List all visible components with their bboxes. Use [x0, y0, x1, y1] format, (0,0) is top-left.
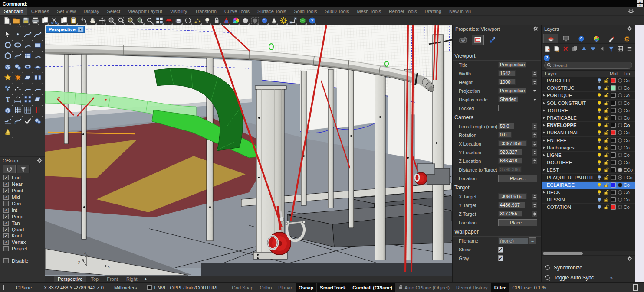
- menu-tab-solid-tools[interactable]: Solid Tools: [290, 7, 321, 15]
- knot-checkbox[interactable]: [3, 233, 9, 238]
- circle-icon[interactable]: [3, 41, 13, 52]
- unlocked-icon[interactable]: [603, 175, 610, 180]
- adjustable-arc-icon[interactable]: [33, 84, 43, 95]
- menu-gear-icon[interactable]: [628, 8, 634, 14]
- material-icon[interactable]: [617, 204, 624, 210]
- dimension-icon[interactable]: [13, 95, 23, 106]
- viewport-tab-perspective[interactable]: Perspective: [54, 276, 86, 282]
- viewport-tab-right[interactable]: Right: [122, 276, 141, 282]
- shaded-solid-icon[interactable]: [33, 117, 43, 127]
- paste-icon[interactable]: [69, 16, 78, 25]
- layer-row[interactable]: DECKCo: [542, 189, 635, 196]
- move-up-icon[interactable]: [580, 45, 588, 52]
- z-location-field[interactable]: 636.418: [498, 158, 537, 165]
- zoom-selected-icon[interactable]: [127, 16, 135, 25]
- bulb-on-icon[interactable]: [596, 152, 603, 158]
- help-tab-icon[interactable]: [574, 34, 588, 43]
- cplane-button[interactable]: CPlane: [16, 285, 32, 290]
- text-icon[interactable]: T: [3, 95, 13, 106]
- layer-color-swatch[interactable]: [610, 93, 617, 98]
- unlocked-icon[interactable]: [603, 190, 610, 195]
- menu-tab-cplanes[interactable]: CPlanes: [27, 7, 53, 15]
- blend-curve-icon[interactable]: [23, 84, 33, 95]
- sphere-icon[interactable]: [13, 62, 23, 73]
- menu-tab-standard[interactable]: Standard: [0, 7, 27, 15]
- new-sublayer-icon[interactable]: [552, 45, 561, 52]
- projection-field[interactable]: Perspective: [498, 88, 537, 94]
- more-chevrons[interactable]: »: [610, 275, 613, 280]
- menu-tab-mesh-tools[interactable]: Mesh Tools: [353, 7, 384, 15]
- toggle-filter[interactable]: Filter: [491, 283, 509, 292]
- layers-help-icon[interactable]: ?: [544, 55, 550, 61]
- scroll-down-icon[interactable]: ▼: [637, 4, 643, 7]
- zoom-dynamic-icon[interactable]: [108, 16, 116, 25]
- freeform-curve-icon[interactable]: [13, 52, 23, 62]
- curve-control-icon[interactable]: [33, 30, 43, 41]
- earth-icon[interactable]: [299, 16, 307, 25]
- curve-interpolate-icon[interactable]: [23, 30, 33, 41]
- lens-length-mm--field[interactable]: 50.0: [498, 123, 537, 130]
- options-icon[interactable]: [279, 16, 288, 25]
- synchronize-button[interactable]: Synchronize: [544, 263, 635, 273]
- material-icon[interactable]: [617, 115, 624, 120]
- material-icon[interactable]: [617, 123, 624, 128]
- y-location-field[interactable]: 923.327: [498, 149, 537, 156]
- menu-tab-subd-tools[interactable]: SubD Tools: [321, 7, 353, 15]
- layer-color-swatch[interactable]: [610, 101, 617, 106]
- toolbar-grip[interactable]: ····: [0, 25, 45, 29]
- surface-bend-icon[interactable]: [33, 52, 43, 62]
- material-icon[interactable]: [617, 175, 624, 180]
- material-icon[interactable]: [617, 78, 624, 83]
- layer-row[interactable]: ECLAIRAGECo: [542, 182, 635, 189]
- named-views-icon[interactable]: [165, 16, 173, 25]
- toggle-ortho[interactable]: Ortho: [257, 283, 275, 292]
- bulb-on-icon[interactable]: [596, 138, 603, 143]
- point-cloud-icon[interactable]: [13, 84, 23, 95]
- plugins-tab-icon[interactable]: [619, 34, 634, 43]
- bulb-off-icon[interactable]: [596, 197, 603, 202]
- material-icon[interactable]: [617, 152, 624, 158]
- layer-color-swatch[interactable]: [610, 175, 617, 180]
- rectangle-icon[interactable]: [33, 41, 43, 52]
- show-checkbox[interactable]: ✓: [498, 247, 503, 253]
- material-icon[interactable]: [617, 138, 624, 143]
- bulb-on-icon[interactable]: [596, 123, 603, 128]
- bulb-on-icon[interactable]: [596, 130, 603, 135]
- menu-tab-display[interactable]: Display: [79, 7, 103, 15]
- unlocked-icon[interactable]: [603, 78, 610, 83]
- unlocked-icon[interactable]: [603, 160, 610, 165]
- slab-icon[interactable]: [33, 62, 43, 73]
- layer-color-swatch[interactable]: [610, 123, 617, 128]
- material-icon[interactable]: [617, 93, 624, 98]
- layer-color-swatch[interactable]: [610, 167, 617, 172]
- bulb-on-icon[interactable]: [596, 145, 603, 150]
- viewport-icon[interactable]: [472, 35, 484, 45]
- unlocked-icon[interactable]: [603, 138, 610, 143]
- end-checkbox[interactable]: [3, 175, 9, 180]
- panel-toggle-icon[interactable]: [633, 284, 638, 291]
- shear-icon[interactable]: [33, 95, 43, 106]
- new-file-icon[interactable]: [3, 16, 11, 25]
- select-pointer-icon[interactable]: [3, 30, 13, 41]
- zoom-extents-icon[interactable]: [136, 16, 145, 25]
- print-icon[interactable]: [31, 16, 39, 25]
- lamp-icon[interactable]: [203, 16, 211, 25]
- expand-arrow-icon[interactable]: [543, 169, 547, 171]
- materials-tab-icon[interactable]: [604, 34, 619, 43]
- bulb-on-icon[interactable]: [596, 101, 603, 106]
- unlocked-icon[interactable]: [603, 93, 610, 98]
- menu-tab-visibility[interactable]: Visibility: [166, 7, 191, 15]
- layer-color-swatch[interactable]: [610, 108, 617, 113]
- layer-row[interactable]: SOL CONSTRUITCo: [542, 100, 635, 107]
- units-button[interactable]: Millimeters: [114, 285, 137, 290]
- layer-row[interactable]: COTATIONCo: [542, 204, 635, 211]
- filter-tab-icon[interactable]: [16, 165, 30, 173]
- expand-arrow-icon[interactable]: [543, 124, 547, 127]
- toggle-grid-snap[interactable]: Grid Snap: [229, 283, 256, 292]
- material-icon[interactable]: [617, 190, 624, 195]
- grid-array-icon[interactable]: [23, 106, 33, 117]
- layer-row[interactable]: ENTREECo: [542, 137, 635, 144]
- tan-checkbox[interactable]: [3, 221, 9, 226]
- place-button[interactable]: Place...: [498, 175, 537, 182]
- unlocked-icon[interactable]: [603, 182, 610, 188]
